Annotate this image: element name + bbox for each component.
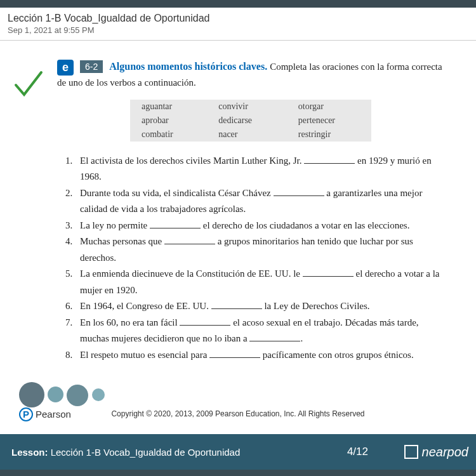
- word-bank-cell: aprobar: [130, 114, 207, 128]
- checkmark-icon: [13, 69, 44, 103]
- lesson-bottom-bar: Lesson: Lección 1-B Vocab_Igualdad de Op…: [0, 434, 476, 470]
- fill-blank[interactable]: [304, 155, 355, 164]
- exercise-number: 6-2: [80, 60, 103, 73]
- fill-blank[interactable]: [249, 333, 300, 341]
- nearpod-brand[interactable]: nearpod: [404, 445, 468, 459]
- exercise-container: e 6-2 Algunos momentos históricos claves…: [57, 60, 444, 363]
- fill-blank[interactable]: [150, 220, 201, 228]
- copyright-text: Copyright © 2020, 2013, 2009 Pearson Edu…: [32, 409, 444, 418]
- fill-blank[interactable]: [180, 317, 230, 326]
- word-bank-cell: restringir: [287, 128, 371, 142]
- fill-blank[interactable]: [164, 235, 215, 244]
- window-chrome-top: [0, 0, 476, 8]
- page-counter: 4/12: [347, 446, 368, 458]
- question-item: La enmienda diecinueve de la Constitució…: [75, 266, 444, 298]
- fill-blank[interactable]: [274, 187, 324, 196]
- document-date: Sep 1, 2021 at 9:55 PM: [8, 25, 468, 35]
- question-item: En 1964, el Congreso de EE. UU. la Ley d…: [75, 298, 444, 315]
- word-bank-cell: combatir: [130, 128, 207, 142]
- question-item: Durante toda su vida, el sindicalista Cé…: [75, 185, 444, 218]
- exercise-title: Algunos momentos históricos claves.: [109, 61, 267, 72]
- questions-list: El activista de los derechos civiles Mar…: [57, 153, 444, 364]
- question-item: En los 60, no era tan fácil el acoso sex…: [75, 315, 444, 347]
- fill-blank[interactable]: [303, 268, 354, 277]
- pearson-p-icon: P: [19, 407, 33, 421]
- document-title: Lección 1-B Vocab_Igualdad de Oportunida…: [8, 13, 468, 24]
- e-badge-icon: e: [57, 60, 74, 76]
- word-bank-cell: nacer: [207, 128, 287, 142]
- worksheet-page: e 6-2 Algunos momentos históricos claves…: [0, 41, 476, 434]
- word-bank-cell: dedicarse: [207, 114, 287, 128]
- word-bank-cell: convivir: [207, 100, 287, 114]
- circle-decoration: [19, 382, 44, 407]
- circle-decoration: [48, 387, 63, 402]
- word-bank-cell: pertenecer: [287, 114, 371, 128]
- document-header: Lección 1-B Vocab_Igualdad de Oportunida…: [0, 8, 476, 41]
- circle-decoration: [92, 388, 105, 401]
- question-item: El respeto mutuo es esencial para pacífi…: [75, 347, 444, 364]
- fill-blank[interactable]: [211, 300, 262, 309]
- question-item: La ley no permite el derecho de los ciud…: [75, 218, 444, 234]
- lesson-label: Lesson:: [11, 447, 48, 458]
- circle-decoration: [67, 385, 88, 406]
- fill-blank[interactable]: [209, 349, 260, 358]
- question-item: El activista de los derechos civiles Mar…: [75, 153, 444, 185]
- question-item: Muchas personas que a grupos minoritario…: [75, 234, 444, 266]
- word-bank: aguantar convivir otorgar aprobar dedica…: [130, 100, 371, 142]
- word-bank-cell: otorgar: [287, 100, 371, 114]
- lesson-name: Lección 1-B Vocab_Igualdad de Oportunida…: [51, 447, 241, 458]
- exercise-heading: e 6-2 Algunos momentos históricos claves…: [57, 60, 444, 90]
- nearpod-icon: [404, 445, 418, 459]
- word-bank-cell: aguantar: [130, 100, 207, 114]
